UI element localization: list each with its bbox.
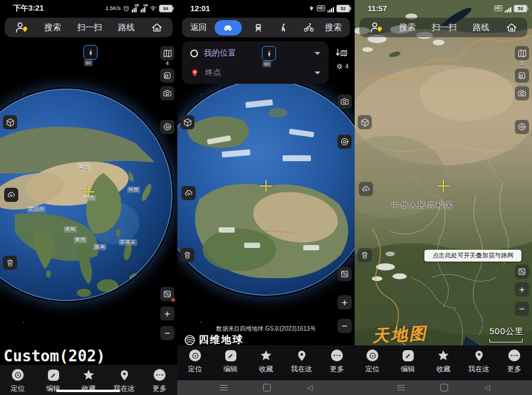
android-home-button[interactable] [258, 380, 275, 395]
user-avatar-button[interactable] [369, 21, 383, 35]
data-attribution: 数据来自四维地球 GS京(2023)1613号 [177, 325, 355, 333]
camera-button[interactable] [338, 94, 352, 109]
nav-item-more[interactable]: 更多 [497, 345, 532, 380]
edit-icon [225, 350, 236, 361]
status-time: 下午3:21 [13, 3, 44, 14]
satellite-layer-button[interactable] [515, 265, 529, 279]
top-toolbar: 搜索 扫一扫 路线 [359, 18, 527, 37]
cloud-settings-button[interactable] [4, 188, 18, 202]
search-button[interactable]: 搜索 [325, 22, 342, 33]
view-3d-button[interactable] [3, 115, 17, 129]
zoom-in-button[interactable]: + [160, 306, 174, 321]
search-button[interactable]: 搜索 [44, 22, 61, 33]
bottom-nav-bar: 定位 编辑 收藏 我在这 更多 [355, 345, 532, 380]
mode-walk-button[interactable] [274, 20, 292, 35]
zoom-out-button[interactable]: − [338, 319, 352, 333]
fullscreen-icon [517, 71, 527, 80]
search-button[interactable]: 搜索 [399, 22, 416, 33]
nav-item-locate[interactable]: 定位 [0, 365, 35, 395]
view-3d-button[interactable] [180, 115, 194, 129]
clear-map-button[interactable] [180, 248, 194, 262]
android-nav-bar: ◁ [355, 380, 532, 395]
route-end-row[interactable]: 终点 [182, 64, 329, 81]
camera-button[interactable] [515, 86, 529, 100]
nav-item-favorites[interactable]: 收藏 [248, 345, 284, 380]
pin-icon [295, 349, 308, 362]
locate-icon [12, 369, 24, 381]
android-back-button[interactable]: ◁ [478, 380, 496, 395]
cloud-settings-button[interactable] [359, 182, 373, 196]
battery-icon: 53 [514, 5, 527, 12]
satellite-layer-button[interactable] [160, 287, 174, 301]
compass-button[interactable] [83, 45, 98, 60]
scan-button[interactable]: 扫一扫 [77, 22, 102, 33]
route-button[interactable]: 路线 [118, 22, 135, 33]
zoom-in-button[interactable]: + [338, 295, 352, 309]
zoom-out-button[interactable]: − [515, 302, 529, 316]
route-settings-button[interactable]: 4 [335, 62, 349, 71]
battery-icon: 84 [159, 5, 173, 12]
layers-tooltip[interactable]: 点击此处可开关叠加层与路网 [424, 250, 521, 262]
hd-icon: HD [317, 5, 325, 11]
home-button[interactable] [151, 21, 163, 34]
recents-button[interactable] [392, 380, 410, 395]
home-indicator[interactable] [56, 390, 120, 392]
zoom-out-button[interactable]: − [160, 326, 174, 340]
cloud-settings-button[interactable] [181, 186, 196, 200]
cloud-settings-icon [7, 190, 17, 200]
destination-pin-icon [190, 68, 199, 77]
route-start-row[interactable]: 我的位置 [182, 44, 329, 62]
nav-item-edit[interactable]: 编辑 [213, 345, 248, 380]
android-back-button[interactable]: ◁ [301, 380, 319, 395]
nav-item-locate[interactable]: 定位 [177, 345, 213, 380]
nav-item-edit[interactable]: 编辑 [390, 345, 426, 380]
view-3d-button[interactable] [358, 115, 372, 129]
android-home-button[interactable] [435, 380, 453, 395]
zoom-in-button[interactable]: + [515, 282, 529, 296]
chevron-down-icon[interactable] [314, 52, 320, 55]
route-button[interactable]: 路线 [473, 22, 489, 33]
camera-rotate-button[interactable] [160, 120, 174, 134]
nav-item-im-here[interactable]: 我在这 [461, 345, 497, 380]
mode-bike-button[interactable] [300, 20, 317, 35]
fullscreen-icon [163, 71, 172, 80]
compass-button[interactable] [262, 46, 276, 61]
fullscreen-button[interactable] [515, 68, 529, 83]
scan-button[interactable]: 扫一扫 [432, 22, 457, 33]
scale-bar [489, 339, 523, 342]
wifi-icon [150, 5, 157, 12]
watermark-text: Custom(202) [4, 347, 105, 365]
mode-transit-button[interactable] [249, 20, 267, 35]
home-button[interactable] [505, 21, 518, 34]
back-button[interactable]: 返回 [190, 22, 207, 33]
fullscreen-button[interactable] [160, 68, 174, 83]
user-avatar-button[interactable] [14, 21, 28, 35]
swap-route-button[interactable] [335, 46, 349, 60]
chevron-down-icon[interactable] [314, 71, 320, 74]
compass-needle-icon [265, 50, 273, 57]
metro-icon [253, 22, 264, 33]
camera-icon [163, 89, 172, 98]
layers-map-button[interactable] [515, 46, 529, 60]
nav-item-favorites[interactable]: 收藏 [426, 345, 461, 380]
status-time: 12:01 [190, 4, 210, 13]
trash-icon [360, 250, 369, 260]
nav-item-im-here[interactable]: 我在这 [284, 345, 319, 380]
camera-button[interactable] [160, 86, 174, 100]
clear-map-button[interactable] [3, 256, 17, 270]
status-time: 11:57 [368, 4, 387, 13]
recents-button[interactable] [215, 380, 232, 395]
screenshot-canvas: 蒙古 中国 韩国 尼泊尔 缅甸 泰国 越南 菲律宾 下午3:21 1.5K/s … [0, 0, 532, 395]
camera-rotate-button[interactable] [338, 135, 352, 149]
cloud-settings-icon [361, 184, 371, 194]
mode-drive-button[interactable] [215, 20, 242, 35]
nav-item-more[interactable]: 更多 [319, 345, 355, 380]
layers-map-button[interactable] [160, 46, 174, 60]
satellite-layer-button[interactable] [338, 267, 352, 281]
pin-icon [118, 368, 131, 381]
nav-item-locate[interactable]: 定位 [355, 345, 390, 380]
nav-item-more[interactable]: 更多 [142, 365, 177, 395]
clear-map-button[interactable] [358, 248, 372, 262]
cube-3d-icon [360, 117, 370, 128]
camera-rotate-button[interactable] [515, 120, 529, 134]
